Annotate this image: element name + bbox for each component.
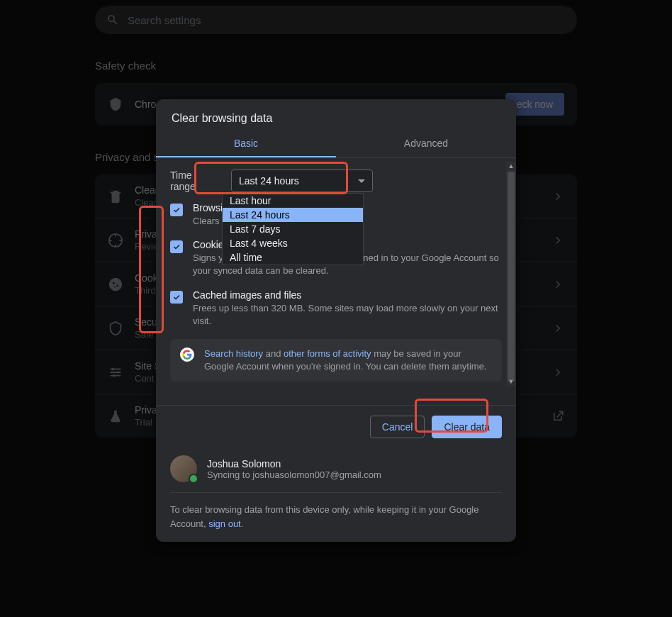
dropdown-option-all-time[interactable]: All time: [223, 250, 363, 265]
scroll-thumb[interactable]: [508, 172, 515, 382]
tab-basic[interactable]: Basic: [156, 130, 336, 157]
item-browsing-title: Browsi: [193, 202, 223, 213]
modal-title: Clear browsing data: [156, 99, 516, 130]
dropdown-option-last-24-hours[interactable]: Last 24 hours: [223, 208, 363, 222]
check-icon: [172, 293, 181, 301]
dropdown-option-last-hour[interactable]: Last hour: [223, 194, 363, 208]
scroll-down-icon[interactable]: ▼: [506, 377, 516, 386]
chevron-down-icon: [358, 179, 365, 183]
cookies-checkbox[interactable]: [170, 240, 183, 253]
signout-text: To clear browsing data from this device …: [170, 503, 502, 530]
modal-backdrop: Clear browsing data Basic Advanced Time …: [0, 0, 672, 617]
other-activity-link[interactable]: other forms of activity: [284, 348, 371, 359]
time-range-value: Last 24 hours: [239, 175, 299, 187]
google-info-box: Search history and other forms of activi…: [170, 339, 502, 382]
user-avatar: [170, 455, 197, 482]
cancel-button[interactable]: Cancel: [370, 416, 425, 438]
browsing-history-checkbox[interactable]: [170, 204, 183, 216]
time-range-label: Time range: [170, 169, 220, 192]
dropdown-option-last-7-days[interactable]: Last 7 days: [223, 222, 363, 236]
time-range-dropdown[interactable]: Last hour Last 24 hours Last 7 days Last…: [222, 193, 364, 265]
clear-data-button[interactable]: Clear data: [432, 416, 502, 438]
sync-badge-icon: [189, 474, 198, 484]
check-icon: [172, 243, 181, 251]
item-browsing-sub: Clears: [193, 215, 223, 228]
scroll-up-icon[interactable]: ▲: [506, 162, 516, 170]
tab-advanced[interactable]: Advanced: [336, 130, 516, 157]
profile-sync: Syncing to joshuasolomon007@gmail.com: [207, 469, 381, 480]
profile-name: Joshua Solomon: [207, 458, 381, 469]
item-cache-title: Cached images and files: [193, 289, 502, 301]
google-icon: [180, 348, 194, 362]
search-history-link[interactable]: Search history: [204, 348, 263, 359]
clear-browsing-data-modal: Clear browsing data Basic Advanced Time …: [156, 99, 516, 542]
modal-tabs: Basic Advanced: [156, 130, 516, 157]
time-range-select[interactable]: Last 24 hours: [231, 169, 373, 192]
check-icon: [172, 206, 181, 214]
item-cache-sub: Frees up less than 320 MB. Some sites ma…: [193, 302, 502, 328]
cache-checkbox[interactable]: [170, 291, 183, 304]
modal-scrollbar[interactable]: ▲ ▼: [506, 162, 516, 386]
sign-out-link[interactable]: sign out: [208, 518, 241, 529]
dropdown-option-last-4-weeks[interactable]: Last 4 weeks: [223, 236, 363, 250]
